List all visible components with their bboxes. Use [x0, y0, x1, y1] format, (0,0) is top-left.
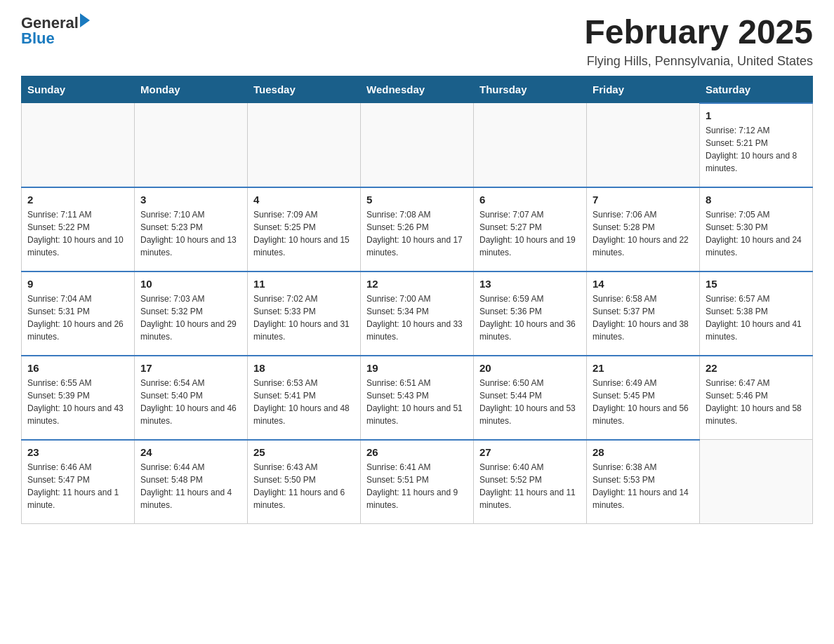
day-info: Sunrise: 6:46 AMSunset: 5:47 PMDaylight:…	[27, 461, 128, 511]
day-number: 8	[706, 194, 807, 206]
day-number: 19	[366, 362, 468, 374]
day-number: 21	[593, 362, 694, 374]
day-number: 17	[140, 362, 241, 374]
calendar-day-cell: 9Sunrise: 7:04 AMSunset: 5:31 PMDaylight…	[22, 271, 135, 356]
calendar-day-cell: 16Sunrise: 6:55 AMSunset: 5:39 PMDayligh…	[22, 356, 135, 440]
calendar-day-cell: 5Sunrise: 7:08 AMSunset: 5:26 PMDaylight…	[361, 187, 474, 271]
day-info: Sunrise: 6:38 AMSunset: 5:53 PMDaylight:…	[593, 461, 694, 511]
calendar-day-cell	[700, 440, 813, 524]
day-number: 11	[253, 278, 355, 290]
day-info: Sunrise: 7:00 AMSunset: 5:34 PMDaylight:…	[366, 293, 468, 343]
calendar-day-cell: 23Sunrise: 6:46 AMSunset: 5:47 PMDayligh…	[22, 440, 135, 524]
day-info: Sunrise: 7:08 AMSunset: 5:26 PMDaylight:…	[366, 208, 468, 259]
day-info: Sunrise: 6:59 AMSunset: 5:36 PMDaylight:…	[479, 293, 581, 343]
day-number: 22	[706, 362, 807, 374]
calendar-header-saturday: Saturday	[700, 76, 813, 103]
day-info: Sunrise: 6:50 AMSunset: 5:44 PMDaylight:…	[479, 377, 581, 427]
calendar-day-cell: 11Sunrise: 7:02 AMSunset: 5:33 PMDayligh…	[248, 271, 361, 356]
day-info: Sunrise: 6:51 AMSunset: 5:43 PMDaylight:…	[366, 377, 468, 427]
calendar-day-cell: 22Sunrise: 6:47 AMSunset: 5:46 PMDayligh…	[700, 356, 813, 440]
page-header: General Blue February 2025 Flying Hills,…	[21, 14, 813, 69]
calendar-day-cell: 8Sunrise: 7:05 AMSunset: 5:30 PMDaylight…	[700, 187, 813, 271]
calendar-header-wednesday: Wednesday	[361, 76, 474, 103]
day-info: Sunrise: 7:06 AMSunset: 5:28 PMDaylight:…	[593, 208, 694, 259]
calendar-day-cell: 18Sunrise: 6:53 AMSunset: 5:41 PMDayligh…	[248, 356, 361, 440]
calendar-header-thursday: Thursday	[474, 76, 587, 103]
day-number: 10	[140, 278, 241, 290]
day-number: 23	[27, 446, 128, 458]
day-number: 3	[140, 194, 241, 206]
calendar-week-row: 9Sunrise: 7:04 AMSunset: 5:31 PMDaylight…	[22, 271, 813, 356]
calendar-day-cell: 17Sunrise: 6:54 AMSunset: 5:40 PMDayligh…	[135, 356, 248, 440]
day-number: 1	[706, 109, 807, 121]
calendar-day-cell: 13Sunrise: 6:59 AMSunset: 5:36 PMDayligh…	[474, 271, 587, 356]
calendar-week-row: 16Sunrise: 6:55 AMSunset: 5:39 PMDayligh…	[22, 356, 813, 440]
day-number: 2	[27, 194, 128, 206]
calendar-day-cell: 6Sunrise: 7:07 AMSunset: 5:27 PMDaylight…	[474, 187, 587, 271]
calendar-header-row: SundayMondayTuesdayWednesdayThursdayFrid…	[22, 76, 813, 103]
calendar-header-tuesday: Tuesday	[248, 76, 361, 103]
day-number: 7	[593, 194, 694, 206]
calendar-day-cell: 1Sunrise: 7:12 AMSunset: 5:21 PMDaylight…	[700, 103, 813, 187]
title-block: February 2025 Flying Hills, Pennsylvania…	[584, 14, 813, 69]
day-info: Sunrise: 6:55 AMSunset: 5:39 PMDaylight:…	[27, 377, 128, 427]
calendar-day-cell: 21Sunrise: 6:49 AMSunset: 5:45 PMDayligh…	[587, 356, 700, 440]
day-info: Sunrise: 6:49 AMSunset: 5:45 PMDaylight:…	[593, 377, 694, 427]
calendar-day-cell: 10Sunrise: 7:03 AMSunset: 5:32 PMDayligh…	[135, 271, 248, 356]
calendar-header-friday: Friday	[587, 76, 700, 103]
day-info: Sunrise: 6:57 AMSunset: 5:38 PMDaylight:…	[706, 293, 807, 343]
day-info: Sunrise: 7:05 AMSunset: 5:30 PMDaylight:…	[706, 208, 807, 259]
day-number: 9	[27, 278, 128, 290]
day-info: Sunrise: 6:47 AMSunset: 5:46 PMDaylight:…	[706, 377, 807, 427]
calendar-day-cell: 20Sunrise: 6:50 AMSunset: 5:44 PMDayligh…	[474, 356, 587, 440]
day-info: Sunrise: 7:07 AMSunset: 5:27 PMDaylight:…	[479, 208, 581, 259]
day-info: Sunrise: 6:40 AMSunset: 5:52 PMDaylight:…	[479, 461, 581, 511]
day-info: Sunrise: 7:10 AMSunset: 5:23 PMDaylight:…	[140, 208, 241, 259]
day-info: Sunrise: 6:44 AMSunset: 5:48 PMDaylight:…	[140, 461, 241, 511]
day-number: 18	[253, 362, 355, 374]
calendar-day-cell	[474, 103, 587, 187]
calendar-day-cell	[22, 103, 135, 187]
day-info: Sunrise: 6:41 AMSunset: 5:51 PMDaylight:…	[366, 461, 468, 511]
calendar-day-cell	[135, 103, 248, 187]
day-info: Sunrise: 7:12 AMSunset: 5:21 PMDaylight:…	[706, 124, 807, 175]
calendar-day-cell: 7Sunrise: 7:06 AMSunset: 5:28 PMDaylight…	[587, 187, 700, 271]
calendar-day-cell	[587, 103, 700, 187]
calendar-day-cell: 28Sunrise: 6:38 AMSunset: 5:53 PMDayligh…	[587, 440, 700, 524]
day-info: Sunrise: 7:11 AMSunset: 5:22 PMDaylight:…	[27, 208, 128, 259]
day-info: Sunrise: 6:43 AMSunset: 5:50 PMDaylight:…	[253, 461, 355, 511]
logo: General Blue	[21, 14, 90, 48]
day-number: 28	[593, 446, 694, 458]
calendar-day-cell: 26Sunrise: 6:41 AMSunset: 5:51 PMDayligh…	[361, 440, 474, 524]
calendar-day-cell: 19Sunrise: 6:51 AMSunset: 5:43 PMDayligh…	[361, 356, 474, 440]
day-info: Sunrise: 7:02 AMSunset: 5:33 PMDaylight:…	[253, 293, 355, 343]
day-number: 6	[479, 194, 581, 206]
day-number: 14	[593, 278, 694, 290]
day-number: 13	[479, 278, 581, 290]
calendar-day-cell	[361, 103, 474, 187]
calendar-week-row: 2Sunrise: 7:11 AMSunset: 5:22 PMDaylight…	[22, 187, 813, 271]
calendar-header-sunday: Sunday	[22, 76, 135, 103]
day-number: 16	[27, 362, 128, 374]
calendar-week-row: 1Sunrise: 7:12 AMSunset: 5:21 PMDaylight…	[22, 103, 813, 187]
day-number: 25	[253, 446, 355, 458]
calendar-day-cell: 15Sunrise: 6:57 AMSunset: 5:38 PMDayligh…	[700, 271, 813, 356]
day-number: 5	[366, 194, 468, 206]
calendar-day-cell: 4Sunrise: 7:09 AMSunset: 5:25 PMDaylight…	[248, 187, 361, 271]
calendar-table: SundayMondayTuesdayWednesdayThursdayFrid…	[21, 76, 813, 525]
day-info: Sunrise: 6:53 AMSunset: 5:41 PMDaylight:…	[253, 377, 355, 427]
day-number: 4	[253, 194, 355, 206]
location-title: Flying Hills, Pennsylvania, United State…	[584, 54, 813, 69]
day-info: Sunrise: 7:03 AMSunset: 5:32 PMDaylight:…	[140, 293, 241, 343]
calendar-day-cell: 2Sunrise: 7:11 AMSunset: 5:22 PMDaylight…	[22, 187, 135, 271]
day-info: Sunrise: 6:58 AMSunset: 5:37 PMDaylight:…	[593, 293, 694, 343]
day-number: 15	[706, 278, 807, 290]
calendar-day-cell: 12Sunrise: 7:00 AMSunset: 5:34 PMDayligh…	[361, 271, 474, 356]
logo-arrow-icon	[80, 13, 90, 27]
day-number: 20	[479, 362, 581, 374]
calendar-day-cell: 24Sunrise: 6:44 AMSunset: 5:48 PMDayligh…	[135, 440, 248, 524]
day-info: Sunrise: 7:09 AMSunset: 5:25 PMDaylight:…	[253, 208, 355, 259]
day-info: Sunrise: 6:54 AMSunset: 5:40 PMDaylight:…	[140, 377, 241, 427]
day-info: Sunrise: 7:04 AMSunset: 5:31 PMDaylight:…	[27, 293, 128, 343]
calendar-day-cell: 25Sunrise: 6:43 AMSunset: 5:50 PMDayligh…	[248, 440, 361, 524]
